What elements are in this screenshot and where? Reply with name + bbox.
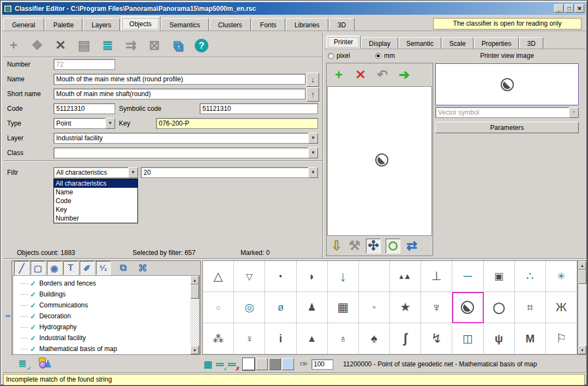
text-objects-icon[interactable]: T [63,261,78,275]
filter-option-name[interactable]: Name [54,188,137,197]
scrollbar-track[interactable] [190,299,199,346]
symbol-tab-properties[interactable]: Properties [474,37,519,49]
scrollbar-thumb[interactable] [190,284,199,299]
delete-marked-icon[interactable]: ⊠ [148,38,161,52]
symbol-triangle-point[interactable]: △ [203,261,234,292]
symbol-monument[interactable]: ♆ [421,292,452,323]
key-field[interactable] [156,118,318,129]
tab-fonts[interactable]: Fonts [251,18,285,31]
symbol-inverted-triangle[interactable]: ▽ [234,261,265,292]
maximize-button[interactable]: □ [565,4,574,13]
symbol-horizontal-line[interactable]: ─ [452,261,483,292]
symbol-tab-3d[interactable]: 3D [519,37,543,49]
pixel-radio[interactable] [328,53,334,59]
import-box-icon[interactable]: ⇩ [330,239,343,253]
name-field[interactable] [53,74,305,85]
symbol-chimney[interactable]: ▲ [297,323,328,354]
symbol-small-ellipse[interactable]: ○ [203,292,234,323]
splitter-handle[interactable]: ◄► [3,259,11,372]
symbol-tab-printer[interactable]: Printer [326,35,361,49]
symbol-double-peak[interactable]: M [515,323,546,354]
symbol-tower[interactable]: ♠ [359,323,390,354]
tab-objects[interactable]: Objects [121,16,160,31]
tree-item-hydrography[interactable]: ✓Hydrography [21,322,190,332]
chevron-down-icon[interactable]: ▼ [308,133,318,144]
symbol-rock[interactable]: ◗ [297,261,328,292]
class-combo[interactable]: ▼ [53,147,318,158]
symbol-bold-circle[interactable]: ◯ [484,292,515,323]
tab-semantics[interactable]: Semantics [161,18,209,31]
save-icon[interactable]: ▤ [77,38,91,52]
tab-libraries[interactable]: Libraries [286,18,328,31]
scroll-down-icon[interactable]: ▼ [578,346,586,354]
symbol-circle-on-stem[interactable]: ♀ [234,323,265,354]
tree-item-buildings[interactable]: ✓Buildings [21,289,190,300]
template-objects-icon[interactable]: ¹∕₁ [96,261,111,275]
layer-combo[interactable]: Industrial facility ▼ [53,133,318,144]
number-field[interactable] [53,59,115,70]
symbol-table-grid[interactable]: ▦ [328,292,359,323]
scroll-down-icon[interactable]: ▼ [190,346,199,354]
symbol-dot-cluster[interactable]: ∴ [515,261,546,292]
expand-view-icon-button[interactable]: ✣ [366,239,381,253]
symbol-radio-mast[interactable]: ⁂ [203,323,234,354]
filter-type-combo[interactable]: All characteristics ▼ [53,167,138,178]
delete-object-icon[interactable]: ✕ [54,38,67,52]
table-mode-icon[interactable]: ▦ [202,359,213,370]
scrollbar-thumb[interactable] [578,270,586,284]
symbol-tab-semantic[interactable]: Semantic [399,37,441,49]
center-view-icon-button[interactable] [386,239,400,253]
short-name-field[interactable] [53,88,305,99]
chevron-down-icon[interactable]: ▼ [308,147,318,158]
symbol-asterisk-circle[interactable]: ✳ [546,261,577,292]
add-element-icon[interactable]: + [332,68,345,82]
chevron-down-icon[interactable]: ▼ [128,167,138,178]
chevron-down-icon[interactable]: ▼ [308,167,318,178]
symbol-dot-on-stem[interactable]: i [265,323,296,354]
layers-icon[interactable]: ⧉ [171,38,184,52]
scroll-up-icon[interactable]: ▲ [190,276,199,284]
symbol-mast[interactable]: Ж [546,292,577,323]
parameters-button[interactable]: Parameters [435,122,579,133]
tab-clusters[interactable]: Clusters [209,18,251,31]
tab-palette[interactable]: Palette [45,18,82,31]
tree-item-mathematical-basis-of-map[interactable]: ✓Mathematical basis of map [21,343,190,354]
symbol-circle-north-arrow[interactable]: ♁ [328,323,359,354]
layers-order-icon[interactable]: ⧉ [116,261,130,275]
filter-option-number[interactable]: Number [54,214,137,223]
symbol-star[interactable]: ★ [390,292,421,323]
tab-3d[interactable]: 3D [329,18,355,31]
symbol-crossed-circle[interactable]: ø [265,292,296,323]
symbol-ringed-circle-stem[interactable]: ◎ [234,292,265,323]
scrollbar-track[interactable] [578,284,586,346]
tree-item-borders-and-fences[interactable]: ✓Borders and fences [21,278,190,289]
filter-option-code[interactable]: Code [54,197,137,205]
filter-option-key[interactable]: Key [54,205,137,214]
line-objects-icon[interactable]: ╱ [14,261,29,275]
swap-view-icon[interactable]: ⇄ [405,239,418,253]
symbol-grass[interactable]: ψ [484,323,515,354]
shapes-3d-icon[interactable] [38,357,52,370]
list-filter-icon[interactable]: ≔✗ [226,359,237,370]
undo-icon[interactable]: ↶ [376,68,389,82]
semantics-check-icon[interactable]: ≣✓ [16,358,29,370]
color-swatch-0[interactable] [243,358,255,370]
tree-scrollbar[interactable]: ▲ ▼ [190,276,199,354]
previous-object-button[interactable]: ↑ [307,87,319,102]
symbol-blank[interactable] [359,261,390,292]
tab-layers[interactable]: Layers [83,18,120,31]
chevron-down-icon[interactable]: ▼ [569,107,579,118]
close-button[interactable]: ✕ [575,4,584,13]
symbol-gauge[interactable]: ◫ [452,323,483,354]
add-object-icon[interactable]: + [7,38,20,52]
copy-object-icon[interactable]: ❖ [31,38,44,52]
point-objects-icon[interactable]: ◉ [47,261,62,275]
apply-icon[interactable]: ➔ [398,68,411,82]
fill-bucket-icon[interactable]: ⚒ [348,239,361,253]
chevron-down-icon[interactable]: ▼ [105,118,115,129]
symbol-tab-display[interactable]: Display [361,37,398,49]
move-marked-icon[interactable]: ⇉ [124,38,137,52]
filter-query-combo[interactable]: 20 ▼ [141,167,318,178]
tab-general[interactable]: General [3,18,44,31]
vector-symbol-combo[interactable]: Vector symbol ▼ [435,107,579,118]
